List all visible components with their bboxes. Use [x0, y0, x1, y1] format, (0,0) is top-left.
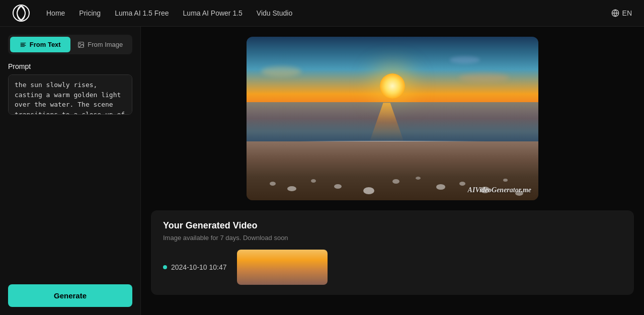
- sun: [380, 73, 405, 99]
- svg-point-1: [17, 6, 25, 20]
- nav-luma-free[interactable]: Luma AI 1.5 Free: [115, 9, 169, 17]
- video-entry: 2024-10-10 10:47: [163, 250, 622, 285]
- generated-subtitle: Image available for 7 days. Download soo…: [163, 234, 622, 242]
- tab-from-text[interactable]: From Text: [10, 37, 70, 52]
- cloud2: [459, 73, 509, 82]
- prompt-section: Prompt: [8, 62, 132, 115]
- navbar: Home Pricing Luma AI 1.5 Free Luma AI Po…: [0, 0, 644, 27]
- nav-luma-power[interactable]: Luma AI Power 1.5: [183, 9, 243, 17]
- tab-from-image[interactable]: From Image: [70, 37, 131, 52]
- cloud3: [450, 56, 480, 63]
- timestamp-dot: [163, 265, 167, 269]
- generated-title: Your Generated Video: [163, 220, 622, 231]
- svg-point-4: [79, 43, 80, 44]
- video-thumbnail[interactable]: [237, 250, 328, 285]
- nav-vidu[interactable]: Vidu Studio: [257, 9, 292, 17]
- language-label: EN: [622, 9, 632, 17]
- logo[interactable]: [12, 4, 30, 22]
- prompt-label: Prompt: [8, 62, 132, 70]
- beach-scene: AIVideoGenerator.me: [247, 37, 538, 200]
- navbar-left: Home Pricing Luma AI 1.5 Free Luma AI Po…: [12, 4, 292, 22]
- nav-links: Home Pricing Luma AI 1.5 Free Luma AI Po…: [46, 9, 292, 17]
- tab-group: From Text From Image: [8, 35, 132, 54]
- sidebar: From Text From Image Prompt Generate: [0, 27, 141, 315]
- generate-button[interactable]: Generate: [8, 284, 132, 307]
- nav-home[interactable]: Home: [46, 9, 65, 17]
- cloud1: [261, 66, 301, 76]
- prompt-textarea[interactable]: [8, 74, 132, 115]
- main-layout: From Text From Image Prompt Generate: [0, 27, 644, 315]
- generated-section: Your Generated Video Image available for…: [151, 210, 634, 295]
- video-thumb-inner: [237, 250, 328, 285]
- video-timestamp: 2024-10-10 10:47: [163, 263, 227, 271]
- preview-section: AIVideoGenerator.me: [141, 27, 644, 210]
- tab-from-text-label: From Text: [30, 41, 61, 48]
- content-area: AIVideoGenerator.me Your Generated Video…: [141, 27, 644, 315]
- watermark: AIVideoGenerator.me: [468, 186, 531, 194]
- svg-point-0: [13, 5, 29, 21]
- nav-pricing[interactable]: Pricing: [79, 9, 101, 17]
- language-selector[interactable]: EN: [611, 9, 632, 17]
- preview-image: AIVideoGenerator.me: [247, 37, 538, 200]
- timestamp-label: 2024-10-10 10:47: [171, 263, 227, 271]
- tab-from-image-label: From Image: [88, 41, 123, 48]
